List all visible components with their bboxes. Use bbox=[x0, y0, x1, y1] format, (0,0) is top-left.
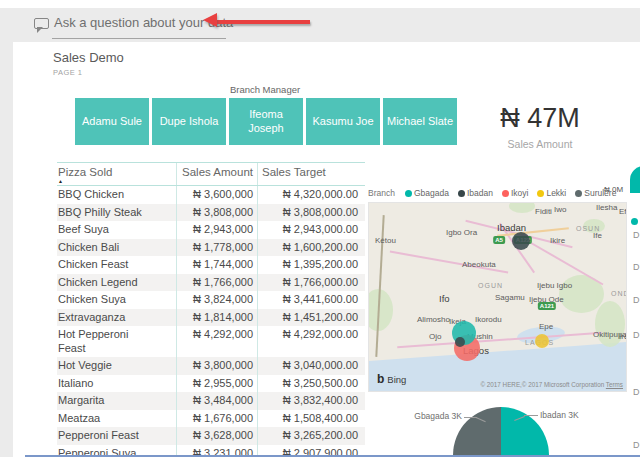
column-header-label: Pizza Sold bbox=[58, 166, 112, 178]
map-place-label: Igbo Ora bbox=[446, 228, 477, 237]
legend-item-label: Ibadan bbox=[467, 188, 493, 198]
bing-label: Bing bbox=[387, 374, 406, 385]
legend-item-label: Lekki bbox=[546, 188, 566, 198]
slicer-option-label: Michael Slate bbox=[387, 115, 453, 129]
terms-link[interactable]: Terms bbox=[606, 381, 623, 388]
map-green-area bbox=[583, 219, 605, 233]
slicer-option-label: Ifeoma Joseph bbox=[231, 108, 301, 136]
map-green-area bbox=[509, 202, 535, 213]
table-row[interactable]: Hot Pepperoni Feast ₦ 4,292,000 ₦ 4,292,… bbox=[57, 326, 365, 357]
cell-sales-target: ₦ 2,943,000.00 bbox=[257, 221, 360, 239]
cell-sales-target: ₦ 3,040,000.00 bbox=[257, 357, 360, 375]
slicer-option-button[interactable]: Dupe Ishola bbox=[152, 98, 226, 145]
cell-pizza-sold: Chicken Legend bbox=[57, 274, 176, 292]
report-page-label: PAGE 1 bbox=[53, 68, 83, 77]
legend-dot-icon bbox=[537, 190, 544, 197]
map-place-label: Ilesha bbox=[596, 203, 617, 212]
cell-sales-target: ₦ 1,508,400.00 bbox=[257, 410, 360, 428]
table-row[interactable]: Extravaganza ₦ 1,814,000 ₦ 1,451,200.00 bbox=[57, 309, 365, 327]
cell-sales-target: ₦ 1,451,200.00 bbox=[257, 309, 360, 327]
table-row[interactable]: Pepperoni Feast ₦ 3,628,000 ₦ 3,265,200.… bbox=[57, 427, 365, 445]
bing-map[interactable]: FiditiIwoIleshaEffoKétouIgbo OraIbadanOS… bbox=[368, 202, 627, 392]
red-annotation-arrow bbox=[216, 20, 310, 24]
legend-dot-icon bbox=[405, 190, 412, 197]
map-place-label: Ikorodu bbox=[475, 315, 502, 324]
table-row[interactable]: BBQ Chicken ₦ 3,600,000 ₦ 4,320,000.00 bbox=[57, 186, 365, 204]
cell-sales-amount: ₦ 3,824,000 bbox=[176, 291, 257, 309]
map-bubble-marker[interactable] bbox=[535, 334, 549, 348]
report-title: Sales Demo bbox=[53, 50, 124, 65]
cell-sales-amount: ₦ 3,808,000 bbox=[176, 204, 257, 222]
table-row[interactable]: Meatzaa ₦ 1,676,000 ₦ 1,508,400.00 bbox=[57, 410, 365, 428]
table-header-row: Pizza Sold ▲ Sales Amount Sales Target bbox=[57, 162, 365, 186]
slicer-option-button[interactable]: Michael Slate bbox=[383, 98, 457, 145]
table-body: BBQ Chicken ₦ 3,600,000 ₦ 4,320,000.00 B… bbox=[57, 186, 365, 457]
table-row[interactable]: Beef Suya ₦ 2,943,000 ₦ 2,943,000.00 bbox=[57, 221, 365, 239]
map-place-label: Kétou bbox=[375, 236, 396, 245]
speech-bubble-icon bbox=[34, 18, 49, 29]
table-row[interactable]: Chicken Suya ₦ 3,824,000 ₦ 3,441,600.00 bbox=[57, 291, 365, 309]
cropped-legend-dot-icon bbox=[631, 218, 638, 225]
kpi-label: Sales Amount bbox=[460, 138, 620, 150]
map-legend: Branch Gbagada Ibadan Ikoyi bbox=[368, 184, 627, 202]
table-row[interactable]: Chicken Legend ₦ 1,766,000 ₦ 1,766,000.0… bbox=[57, 274, 365, 292]
bing-logo: b Bing bbox=[377, 372, 406, 386]
slicer-option-button[interactable]: Kasumu Joe bbox=[306, 98, 380, 145]
legend-dot-icon bbox=[458, 190, 465, 197]
legend-item[interactable]: Ibadan bbox=[458, 188, 493, 198]
column-header-sales-amount[interactable]: Sales Amount bbox=[176, 163, 257, 185]
map-bubble-marker[interactable] bbox=[512, 232, 530, 250]
slicer-option-button[interactable]: Ifeoma Joseph bbox=[229, 98, 303, 145]
table-row[interactable]: Margarita ₦ 3,484,000 ₦ 3,832,400.00 bbox=[57, 392, 365, 410]
cell-pizza-sold: Extravaganza bbox=[57, 309, 176, 327]
map-place-label: Ojo bbox=[429, 332, 441, 341]
kpi-value: ₦ 47M bbox=[460, 103, 620, 134]
cell-sales-amount: ₦ 1,744,000 bbox=[176, 256, 257, 274]
cell-sales-target: ₦ 3,832,400.00 bbox=[257, 392, 360, 410]
table-row[interactable]: Chicken Bali ₦ 1,778,000 ₦ 1,600,200.00 bbox=[57, 239, 365, 257]
pie-label-gbagada: Gbagada 3K bbox=[404, 411, 462, 421]
column-header-pizza-sold[interactable]: Pizza Sold ▲ bbox=[57, 163, 176, 185]
cropped-chart-shape bbox=[630, 166, 640, 193]
branch-map-visual: Branch Gbagada Ibadan Ikoyi bbox=[368, 184, 627, 392]
cell-pizza-sold: Beef Suya bbox=[57, 221, 176, 239]
copyright-text: © 2017 HERE,© 2017 Microsoft Corporation bbox=[480, 381, 604, 388]
legend-item[interactable]: Lekki bbox=[537, 188, 566, 198]
legend-dot-icon bbox=[502, 190, 509, 197]
cropped-text-fragment: D bbox=[633, 440, 640, 450]
cell-sales-amount: ₦ 3,628,000 bbox=[176, 427, 257, 445]
cropped-text-fragment: D bbox=[633, 230, 640, 240]
cell-sales-amount: ₦ 3,800,000 bbox=[176, 357, 257, 375]
table-row[interactable]: Italiano ₦ 2,955,000 ₦ 3,250,500.00 bbox=[57, 375, 365, 393]
qa-bar[interactable]: Ask a question about your data bbox=[0, 8, 640, 42]
cell-sales-amount: ₦ 1,676,000 bbox=[176, 410, 257, 428]
cell-pizza-sold: Chicken Bali bbox=[57, 239, 176, 257]
cell-pizza-sold: Margarita bbox=[57, 392, 176, 410]
cell-pizza-sold: BBQ Chicken bbox=[57, 186, 176, 204]
cell-sales-target: ₦ 3,808,000.00 bbox=[257, 204, 360, 222]
map-copyright: © 2017 HERE,© 2017 Microsoft Corporation… bbox=[480, 381, 623, 388]
table-row[interactable]: Hot Veggie ₦ 3,800,000 ₦ 3,040,000.00 bbox=[57, 357, 365, 375]
cell-pizza-sold: Italiano bbox=[57, 375, 176, 393]
map-bubble-marker[interactable] bbox=[455, 337, 465, 347]
table-row[interactable]: BBQ Philly Steak ₦ 3,808,000 ₦ 3,808,000… bbox=[57, 204, 365, 222]
map-place-label: Ifo bbox=[439, 293, 450, 304]
legend-item-label: Ikoyi bbox=[511, 188, 528, 198]
slicer-option-label: Adamu Sule bbox=[82, 115, 142, 129]
road-shield-badge: A121 bbox=[538, 302, 556, 310]
cell-sales-amount: ₦ 1,778,000 bbox=[176, 239, 257, 257]
table-row[interactable]: Chicken Feast ₦ 1,744,000 ₦ 1,395,200.00 bbox=[57, 256, 365, 274]
kpi-card[interactable]: ₦ 47M Sales Amount bbox=[460, 103, 620, 150]
legend-items: Gbagada Ibadan Ikoyi Lekki bbox=[405, 184, 616, 202]
slicer-option-button[interactable]: Adamu Sule bbox=[75, 98, 149, 145]
cropped-axis-label: ₦ 0M bbox=[604, 185, 623, 194]
cropped-text-fragment: D bbox=[633, 262, 640, 272]
cell-pizza-sold: Hot Pepperoni Feast bbox=[57, 326, 176, 357]
qa-input-underline bbox=[52, 38, 226, 39]
map-place-label: Alimosho bbox=[417, 315, 450, 324]
column-header-sales-target[interactable]: Sales Target bbox=[257, 163, 360, 185]
legend-item[interactable]: Gbagada bbox=[405, 188, 449, 198]
map-place-label: Effo bbox=[619, 207, 627, 216]
cell-sales-target: ₦ 1,600,200.00 bbox=[257, 239, 360, 257]
legend-item[interactable]: Ikoyi bbox=[502, 188, 528, 198]
